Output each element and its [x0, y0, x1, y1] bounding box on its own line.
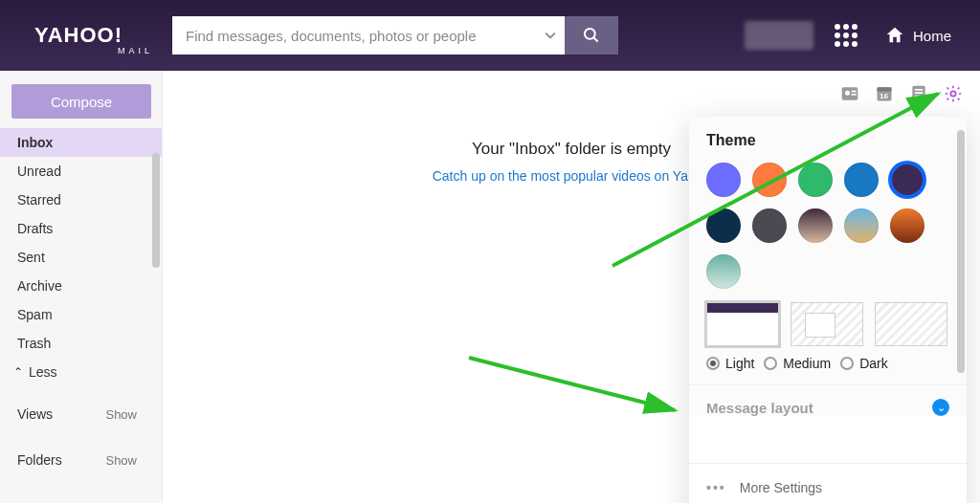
- sidebar-folder-inbox[interactable]: Inbox: [0, 128, 162, 157]
- header: YAHOO! MAIL Home: [0, 0, 980, 71]
- sidebar-folder-spam[interactable]: Spam: [0, 300, 162, 329]
- theme-swatch[interactable]: [706, 163, 741, 197]
- svg-rect-11: [915, 96, 921, 98]
- search-input[interactable]: [172, 16, 536, 55]
- svg-point-0: [585, 29, 595, 39]
- search-bar: [172, 16, 618, 55]
- theme-mode-medium[interactable]: Medium: [764, 356, 831, 371]
- sidebar-folder-archive[interactable]: Archive: [0, 272, 162, 300]
- expand-chevron-icon: ⌄: [932, 399, 949, 416]
- contacts-icon[interactable]: [840, 84, 859, 103]
- svg-rect-7: [878, 87, 892, 91]
- home-icon: [884, 25, 905, 46]
- message-layout-title: Message layout: [706, 400, 813, 416]
- sidebar-scrollbar[interactable]: [152, 153, 160, 268]
- density-thumb-default[interactable]: [706, 302, 779, 346]
- radio-icon: [764, 357, 777, 370]
- sidebar-folder-sent[interactable]: Sent: [0, 243, 162, 272]
- theme-swatch-image[interactable]: [752, 208, 787, 243]
- views-section: Views Show: [0, 400, 162, 428]
- sidebar-folder-starred[interactable]: Starred: [0, 186, 162, 214]
- settings-panel: Theme LightMediumDark Message layout ⌄ •…: [689, 117, 967, 503]
- theme-swatch[interactable]: [798, 163, 833, 197]
- folders-title: Folders: [17, 452, 62, 468]
- theme-swatch-image[interactable]: [706, 254, 741, 289]
- notepad-icon[interactable]: [909, 84, 928, 103]
- svg-line-1: [594, 38, 598, 42]
- theme-swatch[interactable]: [706, 208, 741, 243]
- compose-button[interactable]: Compose: [11, 84, 151, 119]
- radio-icon: [706, 357, 720, 370]
- main-area: Your "Inbox" folder is empty Catch up on…: [163, 71, 980, 503]
- folder-list: InboxUnreadStarredDraftsSentArchiveSpamT…: [0, 128, 162, 358]
- more-settings-row[interactable]: ••• More Settings: [689, 463, 967, 503]
- calendar-icon[interactable]: 16: [875, 84, 894, 103]
- account-avatar-name[interactable]: [745, 21, 813, 50]
- search-button[interactable]: [565, 16, 618, 55]
- density-thumbnails: [706, 302, 949, 346]
- annotation-arrow-to-more-settings: [459, 348, 689, 425]
- theme-color-swatches: [706, 163, 949, 289]
- theme-mode-dark[interactable]: Dark: [840, 356, 888, 371]
- yahoo-videos-link[interactable]: Catch up on the most popular videos on Y…: [433, 168, 711, 184]
- home-label: Home: [913, 28, 951, 44]
- svg-rect-5: [852, 94, 857, 96]
- right-icon-rail: 16: [840, 84, 963, 103]
- yahoo-apps-icon[interactable]: [835, 24, 858, 47]
- svg-line-14: [469, 358, 675, 410]
- less-label: Less: [29, 364, 57, 380]
- settings-scrollbar[interactable]: [957, 130, 965, 373]
- theme-swatch[interactable]: [890, 163, 924, 197]
- folders-show-toggle[interactable]: Show: [105, 453, 137, 468]
- yahoo-mail-logo[interactable]: YAHOO! MAIL: [34, 23, 159, 48]
- sidebar-folder-unread[interactable]: Unread: [0, 157, 162, 186]
- views-show-toggle[interactable]: Show: [105, 407, 137, 422]
- chevron-down-icon: [545, 30, 556, 41]
- theme-swatch-image[interactable]: [890, 208, 924, 243]
- calendar-date-badge: 16: [880, 92, 888, 100]
- search-icon: [582, 26, 601, 45]
- search-category-dropdown[interactable]: [536, 16, 565, 55]
- mode-label: Medium: [783, 356, 831, 371]
- sidebar-folder-drafts[interactable]: Drafts: [0, 214, 162, 243]
- home-link[interactable]: Home: [884, 25, 951, 46]
- svg-rect-10: [915, 92, 923, 94]
- theme-mode-options: LightMediumDark: [706, 356, 949, 381]
- logo-subtext: MAIL: [118, 46, 153, 55]
- sidebar: Compose InboxUnreadStarredDraftsSentArch…: [0, 71, 163, 503]
- chevron-up-icon: ⌃: [13, 365, 23, 379]
- sidebar-folder-trash[interactable]: Trash: [0, 329, 162, 358]
- theme-section-title: Theme: [706, 132, 949, 149]
- svg-point-12: [950, 91, 955, 96]
- density-thumb-medium[interactable]: [791, 302, 863, 346]
- svg-rect-4: [852, 91, 857, 93]
- more-icon: •••: [706, 480, 726, 495]
- mode-label: Light: [725, 356, 754, 371]
- theme-swatch-image[interactable]: [798, 208, 833, 243]
- message-layout-section[interactable]: Message layout ⌄: [689, 385, 967, 416]
- mode-label: Dark: [859, 356, 888, 371]
- theme-swatch-image[interactable]: [844, 208, 879, 243]
- settings-gear-icon[interactable]: [944, 84, 963, 103]
- radio-icon: [840, 357, 854, 370]
- svg-rect-9: [915, 89, 923, 91]
- theme-mode-light[interactable]: Light: [706, 356, 754, 371]
- logo-text: YAHOO!: [34, 23, 122, 47]
- svg-point-3: [845, 91, 850, 96]
- more-settings-label: More Settings: [740, 480, 822, 495]
- toggle-less[interactable]: ⌃ Less: [0, 358, 162, 386]
- folders-section: Folders Show: [0, 446, 162, 474]
- views-title: Views: [17, 406, 53, 422]
- theme-swatch[interactable]: [844, 163, 879, 197]
- density-thumb-wide[interactable]: [875, 302, 947, 346]
- theme-swatch[interactable]: [752, 163, 787, 197]
